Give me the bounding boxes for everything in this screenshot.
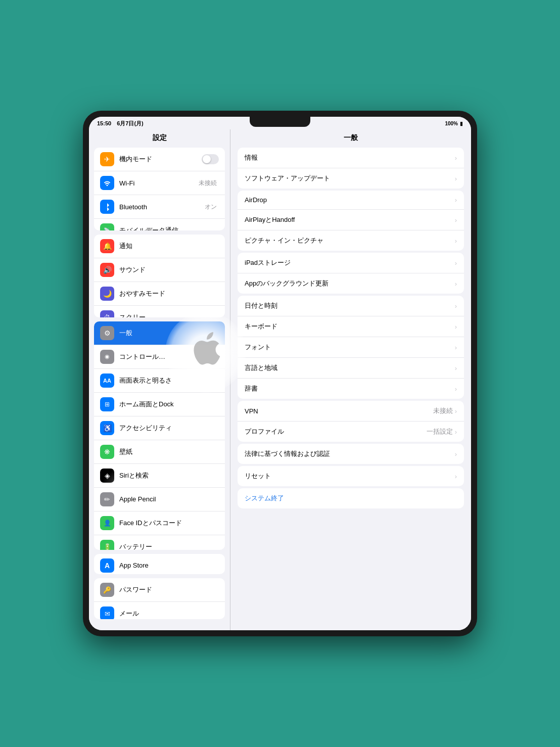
appstore-label: App Store: [119, 562, 219, 569]
sidebar-item-bluetooth[interactable]: Bluetooth オン: [94, 195, 225, 219]
sidebar-item-general[interactable]: ⚙ 一般: [94, 321, 225, 345]
settings-group-legal: 法律に基づく情報および認証 ›: [238, 444, 464, 464]
settings-item-legal[interactable]: 法律に基づく情報および認証 ›: [238, 444, 464, 464]
shutdown-label: システム終了: [245, 494, 284, 503]
main-content: 設定 ✈ 機内モード: [89, 129, 471, 630]
battery-label: バッテリー: [119, 542, 219, 550]
settings-item-datetime[interactable]: 日付と時刻 ›: [238, 296, 464, 316]
reset-chevron: ›: [455, 473, 457, 480]
sidebar-item-wallpaper[interactable]: ❋ 壁紙: [94, 440, 225, 464]
keyboard-chevron: ›: [455, 323, 457, 331]
sidebar-item-notification[interactable]: 🔔 通知: [94, 235, 225, 258]
settings-item-profile[interactable]: プロファイル 一括設定 ›: [238, 422, 464, 442]
sidebar-group-appstore: A App Store: [94, 554, 225, 574]
settings-item-airdrop[interactable]: AirDrop ›: [238, 191, 464, 210]
status-right: 100% ▮: [445, 121, 463, 126]
camera-notch: [250, 117, 310, 127]
settings-item-airplay[interactable]: AirPlayとHandoff ›: [238, 210, 464, 230]
settings-item-fonts[interactable]: フォント ›: [238, 337, 464, 358]
device-screen: 15:50 6月7日(月) 100% ▮ 設定 ✈ 機内モード: [89, 117, 471, 630]
siri-label: Siriと検索: [119, 471, 219, 480]
settings-item-dictionary[interactable]: 辞書 ›: [238, 379, 464, 399]
sidebar-item-applepencil[interactable]: ✏ Apple Pencil: [94, 488, 225, 511]
sidebar-item-screentime[interactable]: ⏱ スクリー…: [94, 306, 225, 317]
software-update-label: ソフトウェア・アップデート: [245, 174, 455, 183]
screentime-icon: ⏱: [100, 310, 114, 317]
sidebar-title: 設定: [89, 129, 230, 146]
control-label: コントロール…: [119, 352, 219, 361]
sidebar-item-donotdisturb[interactable]: 🌙 おやすみモード: [94, 282, 225, 306]
applepencil-icon: ✏: [100, 492, 114, 506]
mail-label: メール: [119, 609, 219, 618]
settings-group-vpn: VPN 未接続 › プロファイル 一括設定 ›: [238, 401, 464, 442]
toggle-knob: [203, 155, 211, 163]
right-panel: 一般 情報 › ソフトウェア・アップデート › AirDro: [230, 129, 471, 630]
faceid-label: Face IDとパスコード: [119, 519, 219, 528]
wallpaper-label: 壁紙: [119, 447, 219, 456]
info-chevron: ›: [455, 154, 457, 162]
wifi-value: 未接続: [199, 179, 217, 188]
dictionary-chevron: ›: [455, 385, 457, 393]
settings-item-language[interactable]: 言語と地域 ›: [238, 358, 464, 379]
airplay-chevron: ›: [455, 216, 457, 224]
applepencil-label: Apple Pencil: [119, 495, 219, 503]
bluetooth-label: Bluetooth: [119, 203, 205, 211]
bg-refresh-chevron: ›: [455, 280, 457, 288]
fonts-label: フォント: [245, 343, 455, 352]
sidebar-item-sound[interactable]: 🔊 サウンド: [94, 258, 225, 282]
sidebar-item-homescreen[interactable]: ⊞ ホーム画面とDock: [94, 393, 225, 416]
sidebar-item-battery[interactable]: 🔋 バッテリー: [94, 535, 225, 550]
wifi-icon: [100, 176, 114, 190]
bluetooth-icon: [100, 200, 114, 214]
sound-label: サウンド: [119, 265, 219, 274]
sidebar-group-connectivity: ✈ 機内モード Wi-Fi 未接続: [94, 148, 225, 230]
settings-item-keyboard[interactable]: キーボード ›: [238, 316, 464, 337]
sidebar-item-appstore[interactable]: A App Store: [94, 554, 225, 574]
homescreen-icon: ⊞: [100, 397, 114, 411]
wallpaper-icon: ❋: [100, 445, 114, 459]
settings-item-software-update[interactable]: ソフトウェア・アップデート ›: [238, 168, 464, 189]
sidebar-item-accessibility[interactable]: ♿ アクセシビリティ: [94, 416, 225, 440]
software-update-chevron: ›: [455, 175, 457, 182]
panel-title: 一般: [230, 129, 471, 146]
battery-icon-sidebar: 🔋: [100, 540, 114, 550]
sidebar-item-siri[interactable]: ◈ Siriと検索: [94, 464, 225, 488]
sidebar-item-airplane[interactable]: ✈ 機内モード: [94, 148, 225, 171]
settings-item-ipad-storage[interactable]: iPadストレージ ›: [238, 253, 464, 273]
vpn-value: 未接続: [433, 406, 453, 415]
settings-group-shutdown: システム終了: [238, 488, 464, 508]
bluetooth-value: オン: [205, 203, 217, 211]
settings-item-info[interactable]: 情報 ›: [238, 148, 464, 168]
airplane-icon: ✈: [100, 152, 114, 166]
vpn-chevron: ›: [455, 407, 457, 415]
sidebar-item-faceid[interactable]: 👤 Face IDとパスコード: [94, 511, 225, 535]
datetime-label: 日付と時刻: [245, 301, 455, 310]
sound-icon: 🔊: [100, 263, 114, 277]
sidebar-item-control[interactable]: ◉ コントロール…: [94, 345, 225, 369]
datetime-chevron: ›: [455, 302, 457, 310]
control-icon: ◉: [100, 350, 114, 364]
general-label: 一般: [119, 329, 219, 338]
settings-group-datetime: 日付と時刻 › キーボード › フォント › 言語と地域 ›: [238, 296, 464, 399]
settings-item-reset[interactable]: リセット ›: [238, 466, 464, 486]
settings-item-shutdown[interactable]: システム終了: [238, 488, 464, 508]
accessibility-icon: ♿: [100, 421, 114, 435]
sidebar-item-wifi[interactable]: Wi-Fi 未接続: [94, 171, 225, 195]
airdrop-label: AirDrop: [245, 196, 455, 204]
airplane-toggle[interactable]: [202, 154, 219, 164]
bg-refresh-label: Appのバックグラウンド更新: [245, 279, 455, 288]
settings-group-storage: iPadストレージ › Appのバックグラウンド更新 ›: [238, 253, 464, 294]
sidebar-item-display[interactable]: AA 画面表示と明るさ: [94, 369, 225, 393]
sidebar-item-passwords[interactable]: 🔑 パスワード: [94, 578, 225, 602]
sidebar-item-mobile[interactable]: 📡 モバイルデータ通信: [94, 219, 225, 230]
device-frame: 15:50 6月7日(月) 100% ▮ 設定 ✈ 機内モード: [83, 111, 477, 636]
settings-item-pip[interactable]: ピクチャ・イン・ピクチャ ›: [238, 230, 464, 251]
info-label: 情報: [245, 153, 455, 162]
airdrop-chevron: ›: [455, 196, 457, 204]
sidebar-item-mail[interactable]: ✉ メール: [94, 602, 225, 619]
settings-item-bg-refresh[interactable]: Appのバックグラウンド更新 ›: [238, 273, 464, 294]
sidebar-group-notifications: 🔔 通知 🔊 サウンド 🌙 おやすみモード ⏱ スクリー…: [94, 235, 225, 317]
display-icon: AA: [100, 374, 114, 388]
display-label: 画面表示と明るさ: [119, 376, 219, 385]
settings-item-vpn[interactable]: VPN 未接続 ›: [238, 401, 464, 422]
